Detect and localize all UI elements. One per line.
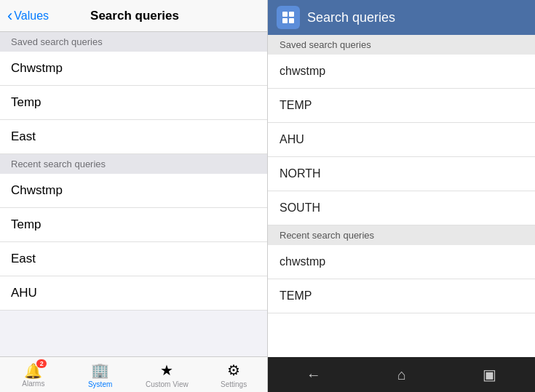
ios-header: ‹ Values Search queries — [0, 0, 267, 32]
alarms-badge-container: 🔔 2 — [24, 362, 42, 380]
settings-icon: ⚙ — [227, 361, 240, 379]
svg-rect-2 — [282, 18, 288, 23]
list-item[interactable]: NORTH — [268, 157, 535, 191]
list-item[interactable]: AHU — [0, 276, 267, 311]
list-item[interactable]: Temp — [0, 208, 267, 242]
custom-view-icon: ★ — [160, 361, 173, 379]
list-item[interactable]: TEMP — [268, 89, 535, 123]
android-title: Search queries — [307, 10, 526, 25]
ios-panel: ‹ Values Search queries Saved search que… — [0, 0, 268, 392]
android-recents-button[interactable]: ▣ — [468, 360, 511, 389]
system-icon: 🏢 — [91, 361, 109, 379]
app-icon-svg — [281, 10, 296, 25]
ios-tab-bar: 🔔 2 Alarms 🏢 System ★ Custom View ⚙ Sett… — [0, 356, 267, 392]
svg-rect-1 — [289, 12, 294, 17]
list-item[interactable]: Chwstmp — [0, 52, 267, 86]
list-item[interactable]: AHU — [268, 123, 535, 157]
list-item[interactable]: chwstmp — [268, 55, 535, 89]
system-tab-label: System — [88, 380, 112, 388]
alarms-tab-label: Alarms — [22, 380, 44, 388]
settings-tab-label: Settings — [221, 380, 247, 388]
ios-list: Saved search queries Chwstmp Temp East R… — [0, 32, 267, 356]
tab-custom-view[interactable]: ★ Custom View — [134, 357, 201, 392]
tab-alarms[interactable]: 🔔 2 Alarms — [0, 357, 67, 392]
android-saved-section-header: Saved search queries — [268, 35, 535, 55]
list-item[interactable]: chwstmp — [268, 245, 535, 279]
alarms-badge: 2 — [36, 359, 47, 368]
list-item[interactable]: East — [0, 242, 267, 276]
list-item[interactable]: Temp — [0, 86, 267, 120]
svg-rect-3 — [289, 18, 294, 23]
list-item[interactable]: Chwstmp — [0, 174, 267, 208]
android-recent-section-header: Recent search queries — [268, 225, 535, 245]
custom-view-tab-label: Custom View — [146, 380, 189, 388]
list-item[interactable]: SOUTH — [268, 191, 535, 225]
android-back-button[interactable]: ← — [292, 361, 336, 389]
android-panel: Search queries Saved search queries chws… — [268, 0, 535, 392]
android-list: Saved search queries chwstmp TEMP AHU NO… — [268, 35, 535, 357]
android-home-button[interactable]: ⌂ — [383, 361, 421, 389]
android-header: Search queries — [268, 0, 535, 35]
android-app-icon — [277, 6, 300, 29]
list-item[interactable]: East — [0, 120, 267, 154]
ios-title: Search queries — [9, 9, 260, 23]
ios-recent-section-header: Recent search queries — [0, 154, 267, 174]
tab-system[interactable]: 🏢 System — [67, 357, 134, 392]
android-nav-bar: ← ⌂ ▣ — [268, 357, 535, 392]
tab-settings[interactable]: ⚙ Settings — [200, 357, 267, 392]
ios-saved-section-header: Saved search queries — [0, 32, 267, 52]
list-item[interactable]: TEMP — [268, 279, 535, 313]
svg-rect-0 — [282, 12, 288, 17]
